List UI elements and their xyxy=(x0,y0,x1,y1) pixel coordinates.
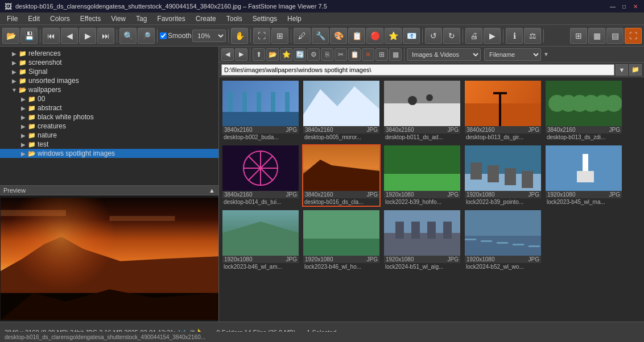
tree-expand-icon[interactable]: ▶ xyxy=(11,60,17,66)
next-button[interactable]: ▶ xyxy=(79,28,96,44)
tree-item[interactable]: ▶ 📁 references xyxy=(0,49,218,58)
info-button[interactable]: ℹ xyxy=(506,28,523,44)
nav-icon4[interactable]: 🔄 xyxy=(294,48,306,61)
menu-create[interactable]: Create xyxy=(191,14,221,24)
view-mode1-button[interactable]: ⊞ xyxy=(570,28,587,44)
tree-expand-icon[interactable]: ▶ xyxy=(11,69,17,75)
menu-view[interactable]: View xyxy=(106,14,130,24)
sort-select[interactable]: Filename Date Size xyxy=(484,48,541,61)
tree-expand-icon[interactable]: ▶ xyxy=(20,123,26,130)
menu-tools[interactable]: Tools xyxy=(222,14,247,24)
tree-expand-icon[interactable]: ▶ xyxy=(20,141,26,148)
last-button[interactable]: ⏭ xyxy=(97,28,114,44)
slideshow-button[interactable]: ▶ xyxy=(484,28,501,44)
tree-expand-icon[interactable]: ▶ xyxy=(20,132,26,139)
thumbnail-item[interactable]: 3840x2160JPGdesktop-b013_ds_gir... xyxy=(464,80,542,142)
tree-expand-icon[interactable]: ▶ xyxy=(11,78,17,84)
thumbnail-item[interactable]: 3840x2160JPGdesktop-b002_buda... xyxy=(221,80,300,142)
print-button[interactable]: 🖨 xyxy=(465,28,482,44)
smooth-checkbox[interactable] xyxy=(160,32,167,39)
tool1-button[interactable]: 🖊 xyxy=(294,28,311,44)
tool5-button[interactable]: 🔴 xyxy=(366,28,383,44)
menu-settings[interactable]: Settings xyxy=(248,14,282,24)
preview-toggle[interactable]: ▲ xyxy=(209,187,215,194)
tree-item[interactable]: ▶ 📁 unsorted images xyxy=(0,76,218,85)
thumbnail-item[interactable]: 1920x1080JPGlock2023-b46_wl_am... xyxy=(221,209,300,272)
thumbnail-item[interactable]: 3840x2160JPGdesktop-b013_ds_zdi... xyxy=(544,80,623,142)
tree-expand-icon[interactable]: ▼ xyxy=(11,87,17,93)
save-button[interactable]: 💾 xyxy=(20,28,38,44)
menu-effects[interactable]: Effects xyxy=(76,14,105,24)
nav-icon5[interactable]: ⚙ xyxy=(307,48,320,61)
zoom-select[interactable]: 10%25%50%100% xyxy=(192,30,226,42)
tree-expand-icon[interactable]: ▶ xyxy=(11,51,17,57)
sort-dropdown-icon[interactable]: ▼ xyxy=(543,51,549,57)
hand-tool-button[interactable]: ✋ xyxy=(231,28,248,44)
thumbnail-item[interactable]: 1920x1080JPGlock2024-b51_wl_aig... xyxy=(383,209,461,272)
filter-select[interactable]: Images & Videos Images Videos xyxy=(407,48,481,61)
nav-grid1-btn[interactable]: ⊞ xyxy=(375,48,388,61)
menu-help[interactable]: Help xyxy=(283,14,306,24)
tree-expand-icon[interactable]: ▶ xyxy=(20,96,26,102)
thumbnail-item[interactable]: 3840x2160JPGdesktop-b014_ds_tui... xyxy=(221,144,300,207)
view-mode3-button[interactable]: ▤ xyxy=(606,28,624,44)
prev-button[interactable]: ◀ xyxy=(61,28,78,44)
tool2-button[interactable]: 🔧 xyxy=(312,28,329,44)
tree-item[interactable]: ▶ 📁 screenshot xyxy=(0,58,218,67)
thumbnail-item[interactable]: 1920x1080JPGlock2023-b46_wl_ho... xyxy=(302,209,381,272)
nav-grid2-btn[interactable]: ▦ xyxy=(389,48,402,61)
menu-edit[interactable]: Edit xyxy=(23,14,44,24)
thumbnail-item[interactable]: 1920x1080JPGlock2023-b45_wl_ma... xyxy=(544,144,623,207)
menu-tag[interactable]: Tag xyxy=(131,14,151,24)
menu-file[interactable]: File xyxy=(2,14,22,24)
tree-expand-icon[interactable]: ▶ xyxy=(20,151,26,157)
nav-delete-btn[interactable]: ✕ xyxy=(362,48,374,61)
nav-cut-btn[interactable]: ✂ xyxy=(335,48,347,61)
zoom-out-button[interactable]: 🔎 xyxy=(138,28,155,44)
tree-item[interactable]: ▶ 📁 test xyxy=(0,140,218,149)
tree-item[interactable]: ▶ 📁 Signal xyxy=(0,67,218,76)
close-btn[interactable]: ✕ xyxy=(631,2,639,10)
tree-expand-icon[interactable]: ▶ xyxy=(20,114,26,120)
fullscreen-button[interactable]: ⛶ xyxy=(253,28,270,44)
smooth-toggle[interactable]: Smooth xyxy=(160,32,191,40)
thumbnail-item[interactable]: 1920x1080JPGlock2022-b39_pointo... xyxy=(464,144,542,207)
view-mode2-button[interactable]: ▦ xyxy=(588,28,605,44)
nav-forward-button[interactable]: ▶ xyxy=(235,48,247,61)
tree-item[interactable]: ▼ 📂 wallpapers xyxy=(0,85,218,94)
path-go-button[interactable]: ▼ xyxy=(616,64,628,76)
open-button[interactable]: 📂 xyxy=(2,28,19,44)
menu-colors[interactable]: Colors xyxy=(46,14,75,24)
zoom-in-button[interactable]: 🔍 xyxy=(119,28,137,44)
menu-favorites[interactable]: Favorites xyxy=(152,14,189,24)
thumbnail-item[interactable]: 3840x2160JPGdesktop-b005_moror... xyxy=(302,80,381,142)
nav-icon1[interactable]: ⬆ xyxy=(253,48,265,61)
tree-item[interactable]: ▶ 📁 abstract xyxy=(0,103,218,112)
maximize-btn[interactable]: □ xyxy=(620,2,628,10)
nav-back-button[interactable]: ◀ xyxy=(221,48,234,61)
rotate-cw-button[interactable]: ↻ xyxy=(443,28,460,44)
nav-icon3[interactable]: ⭐ xyxy=(280,48,292,61)
nav-paste-btn[interactable]: 📋 xyxy=(348,48,361,61)
path-folder-button[interactable]: 📁 xyxy=(629,64,642,76)
tree-item[interactable]: ▶ 📂 windows spotlight images xyxy=(0,149,218,158)
tool4-button[interactable]: 📋 xyxy=(348,28,365,44)
tree-item[interactable]: ▶ 📁 nature xyxy=(0,131,218,140)
thumbnail-item[interactable]: 3840x2160JPGdesktop-b011_ds_ad... xyxy=(383,80,461,142)
tree-item[interactable]: ▶ 📁 creatures xyxy=(0,122,218,131)
tool3-button[interactable]: 🎨 xyxy=(330,28,347,44)
nav-copy-btn[interactable]: ⎘ xyxy=(321,48,333,61)
tool7-button[interactable]: 📧 xyxy=(403,28,420,44)
nav-icon2[interactable]: 📂 xyxy=(266,48,279,61)
compare-button[interactable]: ⚖ xyxy=(524,28,541,44)
view-mode4-button[interactable]: ⛶ xyxy=(625,28,642,44)
rotate-ccw-button[interactable]: ↺ xyxy=(425,28,442,44)
tree-item[interactable]: ▶ 📁 black white photos xyxy=(0,112,218,122)
thumbnail-item[interactable]: 1920x1080JPGlock2022-b39_hohfo... xyxy=(383,144,461,207)
minimize-btn[interactable]: — xyxy=(609,2,617,10)
path-input[interactable] xyxy=(221,64,614,76)
thumbnail-item[interactable]: 3840x2160JPGdesktop-b016_ds_cla... xyxy=(302,144,381,207)
tool6-button[interactable]: ⭐ xyxy=(385,28,402,44)
thumbnail-grid[interactable]: 3840x2160JPGdesktop-b002_buda...3840x216… xyxy=(219,77,644,322)
thumbnail-item[interactable]: 1920x1080JPGlock2024-b52_wl_wo... xyxy=(464,209,542,272)
